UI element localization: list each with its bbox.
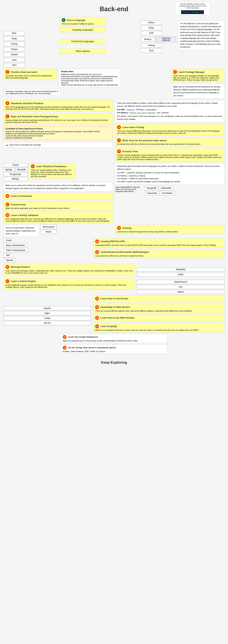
step16-box: 16 Message Brokers Learn about the messa… — [4, 264, 135, 275]
lang-java: Java — [4, 58, 25, 62]
server-msiis: MS IIS — [4, 321, 91, 325]
broker-rabbitmq: RabbitMQ — [137, 267, 224, 272]
other-label: Other Options — [60, 48, 106, 54]
docker-webserver-section: Apache Nginx Caddy MS IIS 18 Learn How t… — [4, 296, 224, 332]
step12-box: 12 Learn a NoSQL Database First understa… — [4, 212, 113, 223]
lang-golang: Golang — [141, 43, 162, 48]
roadmap-info-box: Find the detailed version of this roadma… — [175, 2, 210, 15]
step18-circle: 18 — [95, 297, 99, 300]
sample-ideas-box: Sample Ideas Implement some command that… — [59, 69, 121, 88]
step5-title: Make and Distribute Some Package/Library — [11, 115, 58, 118]
step23-title: All the things that weren't mentioned ab… — [68, 346, 116, 349]
step4-circle: 4 — [6, 101, 10, 105]
step1-title: Pick a Language — [67, 19, 85, 22]
step14-box: 14 Creating RESTful APIs Understand REST… — [93, 238, 224, 248]
nodejs-link: Mocha, Chai, Sinon, Mockery — [130, 112, 156, 114]
roadmap-info-text: Find the detailed version of this roadma… — [177, 3, 208, 9]
step14-circle: 14 — [95, 240, 99, 244]
auth-oauth: OAuth — [4, 238, 14, 242]
nosql-learn-label: Learn MongoDB for now but make sure to l… — [115, 186, 144, 192]
auth-basic: Basic Authentication — [4, 243, 27, 248]
nosql-cassandra: Cassandra — [145, 191, 159, 195]
step16-circle: 16 — [6, 265, 10, 269]
lang-rust: Rust — [141, 48, 162, 53]
step20-title: Learn how to use Web Sockets — [100, 316, 134, 319]
step22-title: Look into Graph Databases — [68, 336, 98, 338]
lang-elixir: Elixir — [4, 31, 25, 35]
header: Find the detailed version of this roadma… — [4, 2, 224, 16]
step11-box: 11 Practical time Make the same applicat… — [4, 201, 113, 210]
step3-text: Learn how to use package manager for the… — [173, 74, 222, 81]
roadmap-url[interactable]: http://roadmap.sh — [181, 10, 204, 14]
step22-text: Again not required but you should have a… — [63, 340, 165, 342]
step1-box: 1 Pick a Language There are myriads of d… — [60, 17, 106, 26]
security-note: Make sure to read about the best practic… — [171, 84, 224, 98]
step18-title: Learn How to Use Docker — [100, 297, 128, 300]
step10-circle: 10 — [6, 194, 10, 198]
step8-box: 8 Practical Time Create a simple applica… — [115, 148, 224, 162]
server-nginx: Nginx — [4, 311, 91, 315]
contribute-text: Search for some projects on github and o… — [6, 130, 111, 132]
message-brokers-section: 16 Message Brokers Learn about the messa… — [4, 264, 224, 276]
step15-box: 15 Authentication/Authorization Methodol… — [93, 249, 224, 258]
step13-title: Caching — [122, 227, 132, 229]
step9-text: There are several options here. However … — [31, 169, 73, 178]
sample-idea-1: Command that fetches and saves reddit po… — [61, 75, 119, 78]
step5-text: Now go ahead and create a package and di… — [6, 119, 111, 123]
search-elasticsearch: ElasticSearch — [137, 280, 224, 284]
step3-circle: 3 — [173, 70, 177, 74]
step21-text: While it is not required, feel free to h… — [95, 329, 222, 331]
lang-php: PHP — [141, 31, 162, 35]
step7-text: Go ahead and write the unit tests for th… — [117, 143, 222, 145]
step17-title: Learn a Search Engine — [11, 280, 36, 282]
step7-circle: 7 — [117, 138, 121, 142]
sample-idea-2: Command that gives you directory structu… — [61, 78, 119, 80]
step19-box: 19 Knowledge of Web Servers There are se… — [93, 304, 224, 313]
search-engine-section: 17 Learn a Search Engine As the applicat… — [4, 278, 224, 294]
contribute-box: Contribute to Some Opensource Project Se… — [4, 126, 113, 140]
step6-box: 6 Learn about Testing There are several … — [115, 124, 224, 135]
step9-box: 9 Learn Relational Databases There are s… — [29, 163, 75, 179]
packages-note: Packages managers help you bring externa… — [4, 89, 60, 96]
step20-circle: 20 — [95, 316, 99, 320]
db-postgresql: PostgreSQL — [4, 172, 28, 176]
search-solr: Solr — [137, 285, 224, 289]
step6-text: There are several different testing type… — [117, 130, 222, 134]
step3-box: 3 Learn Package Manager Learn how to use… — [171, 69, 224, 82]
lang-nodejs: Node.js — [141, 37, 155, 42]
auth-openid: OpenID — [4, 258, 16, 262]
step15-circle: 15 — [95, 250, 99, 254]
step7-box: 7 Write Tests for the practical steps ab… — [115, 137, 224, 146]
restful-auth-section: OAuth Basic Authentication Token Authent… — [4, 238, 224, 262]
footer: Keep Exploring — [4, 355, 224, 368]
server-apache: Apache — [4, 306, 91, 310]
step8-text: Create a simple application using everyt… — [117, 154, 222, 160]
learn-coverage-box: ☁ Learn how to calculate test coverage — [4, 142, 113, 148]
framework-note: Depending upon the project and the langu… — [115, 163, 224, 184]
contribute-item-1: Look into the open issues and try to res… — [6, 135, 111, 137]
step1-section: Elixir Scala Erlang Clojure Haskell Java… — [4, 17, 224, 67]
lang-clojure: Clojure — [4, 47, 25, 51]
step6-circle: 6 — [117, 125, 121, 129]
step19-circle: 19 — [95, 305, 99, 309]
broker-kafka: Kafka — [137, 272, 224, 276]
step11-title: Practical time — [11, 203, 26, 206]
auth-jwt: JWT — [4, 253, 12, 258]
auth-token: Token Authentication — [4, 248, 28, 252]
step8-circle: 8 — [117, 150, 121, 153]
lang-haskell: Haskell — [4, 52, 25, 57]
db-mssql: MSSQL — [4, 177, 28, 181]
step2-circle: 2 — [6, 70, 10, 74]
nosql-mongodb: MongoDB — [145, 186, 158, 190]
lang-ruby: Ruby — [141, 26, 162, 30]
step10-title: Learn a Framework — [11, 195, 32, 197]
step21-circle: 21 — [95, 324, 99, 328]
step10-box: 10 Learn a Framework — [4, 193, 113, 200]
step5-box: 5 Make and Distribute Some Package/Libra… — [4, 113, 113, 124]
step9-title: Learn Relational Databases — [36, 165, 66, 168]
step8-title: Practical Time — [122, 150, 138, 153]
lang-scala: Scala — [4, 36, 25, 41]
step18-box: 18 Learn How to Use Docker — [93, 296, 224, 302]
lang-python: Python — [141, 20, 162, 25]
step2-section: 2 Practice what you learnt Excersise and… — [4, 69, 224, 98]
